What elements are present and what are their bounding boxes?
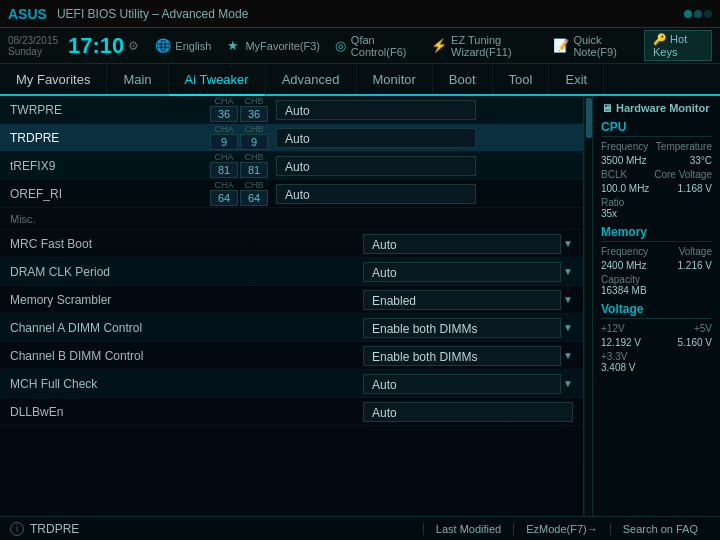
dropdown-arrow-icon[interactable]: ▼	[563, 294, 573, 305]
row-label: DRAM CLK Period	[10, 265, 210, 279]
v33-label: +3.3V	[601, 351, 712, 362]
scrollbar[interactable]	[584, 96, 592, 516]
hot-keys-button[interactable]: 🔑 Hot Keys	[644, 30, 712, 61]
cpu-freq-label: Frequency	[601, 141, 648, 152]
v12-row: +12V +5V	[601, 323, 712, 334]
nav-advanced-label: Advanced	[282, 72, 340, 87]
nav-item-tool[interactable]: Tool	[493, 64, 550, 94]
cha-chb-group: CHA 36 CHB 36	[210, 97, 268, 122]
dropdown-arrow-icon[interactable]: ▼	[563, 378, 573, 389]
cha-chb-group: CHA 81 CHB 81	[210, 153, 268, 178]
qfan-button[interactable]: ◎ Qfan Control(F6)	[334, 34, 417, 58]
last-modified-button[interactable]: Last Modified	[423, 523, 513, 535]
nav-tool-label: Tool	[509, 72, 533, 87]
nav-bar: My Favorites Main Ai Tweaker Advanced Mo…	[0, 64, 720, 96]
table-row[interactable]: TRDPRE CHA 9 CHB 9 Auto	[0, 124, 583, 152]
cpu-freq-value: 3500 MHz	[601, 155, 647, 166]
dropdown-arrow-icon[interactable]: ▼	[563, 322, 573, 333]
selected-item-name: TRDPRE	[30, 522, 79, 536]
row-label: Channel B DIMM Control	[10, 349, 210, 363]
ez-tuning-icon: ⚡	[431, 39, 447, 53]
settings-icon[interactable]: ⚙	[128, 39, 139, 53]
nav-item-main[interactable]: Main	[107, 64, 168, 94]
quick-note-label: Quick Note(F9)	[573, 34, 630, 58]
nav-item-monitor[interactable]: Monitor	[357, 64, 433, 94]
row-value: Auto	[363, 262, 561, 282]
my-favorite-button[interactable]: ★ MyFavorite(F3)	[225, 39, 320, 53]
table-row[interactable]: MRC Fast Boot Auto ▼	[0, 230, 583, 258]
row-value: Auto	[276, 156, 476, 176]
nav-monitor-label: Monitor	[373, 72, 416, 87]
nav-ai-tweaker-label: Ai Tweaker	[185, 72, 249, 87]
ez-tuning-button[interactable]: ⚡ EZ Tuning Wizard(F11)	[431, 34, 539, 58]
dropdown-arrow-icon[interactable]: ▼	[563, 238, 573, 249]
date: 08/23/2015	[8, 35, 58, 46]
nav-exit-label: Exit	[565, 72, 587, 87]
ez-mode-button[interactable]: EzMode(F7)→	[513, 523, 610, 535]
table-row[interactable]: Memory Scrambler Enabled ▼	[0, 286, 583, 314]
chb-box: CHB 64	[240, 181, 268, 206]
row-value: Enabled	[363, 290, 561, 310]
row-value: Enable both DIMMs	[363, 318, 561, 338]
cpu-bclk-val-row: 100.0 MHz 1.168 V	[601, 183, 712, 194]
status-bar: i TRDPRE Last Modified EzMode(F7)→ Searc…	[0, 516, 720, 540]
row-value: Auto	[276, 184, 476, 204]
row-label: TRDPRE	[10, 131, 210, 145]
cpu-freq-val-row: 3500 MHz 33°C	[601, 155, 712, 166]
cpu-bclk-label: BCLK	[601, 169, 627, 180]
qfan-icon: ◎	[334, 39, 347, 53]
nav-item-boot[interactable]: Boot	[433, 64, 493, 94]
table-row: tREFIX9 CHA 81 CHB 81 Auto	[0, 152, 583, 180]
row-value: Enable both DIMMs	[363, 346, 561, 366]
language-button[interactable]: 🌐 English	[155, 39, 211, 53]
capacity-value: 16384 MB	[601, 285, 712, 296]
row-label: MRC Fast Boot	[10, 237, 210, 251]
voltage-section-title: Voltage	[601, 302, 712, 319]
asus-logo: ASUS	[8, 6, 47, 22]
cha-box: CHA 9	[210, 125, 238, 150]
hardware-monitor-panel: 🖥 Hardware Monitor CPU Frequency Tempera…	[592, 96, 720, 516]
nav-item-exit[interactable]: Exit	[549, 64, 604, 94]
cha-chb-group: CHA 9 CHB 9	[210, 125, 268, 150]
favorite-icon: ★	[225, 39, 241, 53]
dropdown-arrow-icon[interactable]: ▼	[563, 266, 573, 277]
row-value: Auto	[363, 234, 561, 254]
nav-boot-label: Boot	[449, 72, 476, 87]
nav-main-label: Main	[123, 72, 151, 87]
row-value: Auto	[363, 374, 561, 394]
table-row[interactable]: DLLBwEn Auto	[0, 398, 583, 426]
memory-section-title: Memory	[601, 225, 712, 242]
cpu-bclk-value: 100.0 MHz	[601, 183, 649, 194]
table-row[interactable]: DRAM CLK Period Auto ▼	[0, 258, 583, 286]
table-row[interactable]: Channel B DIMM Control Enable both DIMMs…	[0, 342, 583, 370]
ratio-label: Ratio	[601, 197, 712, 208]
dropdown-arrow-icon[interactable]: ▼	[563, 350, 573, 361]
nav-item-advanced[interactable]: Advanced	[266, 64, 357, 94]
main-area: TWRPRE CHA 36 CHB 36 Auto TRDPRE CHA 9	[0, 96, 720, 516]
table-row: TWRPRE CHA 36 CHB 36 Auto	[0, 96, 583, 124]
cpu-vcore-value: 1.168 V	[678, 183, 712, 194]
table-row[interactable]: Channel A DIMM Control Enable both DIMMs…	[0, 314, 583, 342]
table-row[interactable]: MCH Full Check Auto ▼	[0, 370, 583, 398]
quick-note-button[interactable]: 📝 Quick Note(F9)	[553, 34, 630, 58]
dot1	[684, 10, 692, 18]
quick-note-icon: 📝	[553, 39, 569, 53]
search-faq-button[interactable]: Search on FAQ	[610, 523, 710, 535]
row-label: Memory Scrambler	[10, 293, 210, 307]
cpu-freq-row: Frequency Temperature	[601, 141, 712, 152]
chb-box: CHB 36	[240, 97, 268, 122]
language-label: English	[175, 40, 211, 52]
status-buttons: Last Modified EzMode(F7)→ Search on FAQ	[423, 523, 710, 535]
nav-item-ai-tweaker[interactable]: Ai Tweaker	[169, 64, 266, 96]
cpu-temp-label: Temperature	[656, 141, 712, 152]
nav-item-favorites[interactable]: My Favorites	[0, 64, 107, 94]
row-label: MCH Full Check	[10, 377, 210, 391]
datetime-display: 08/23/2015 Sunday	[8, 35, 58, 57]
hot-keys-label: 🔑 Hot Keys	[653, 33, 687, 58]
nav-favorites-label: My Favorites	[16, 72, 90, 87]
cpu-vcore-label: Core Voltage	[654, 169, 712, 180]
v12-label: +12V	[601, 323, 625, 334]
mem-freq-label: Frequency	[601, 246, 648, 257]
datetime-bar: 08/23/2015 Sunday 17:10 ⚙ 🌐 English ★ My…	[0, 28, 720, 64]
row-label: OREF_RI	[10, 187, 210, 201]
